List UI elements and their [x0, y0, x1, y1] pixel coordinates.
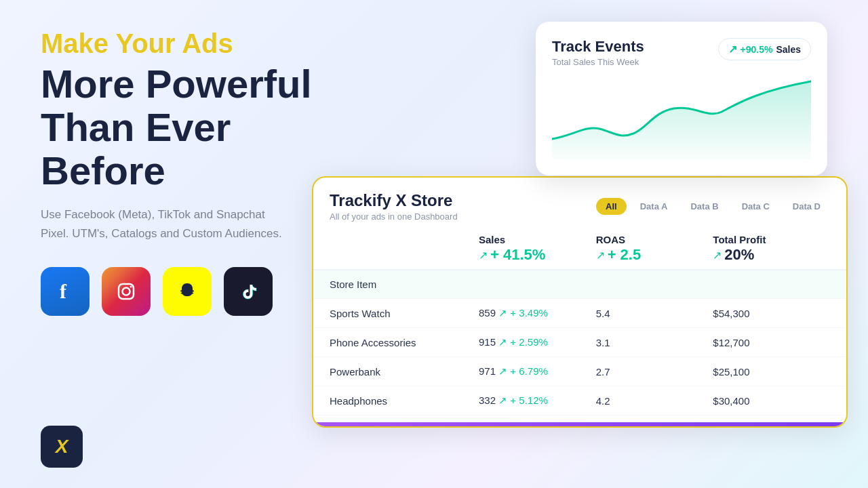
- profit-arrow: ↗: [713, 249, 722, 262]
- col-item: [330, 234, 479, 264]
- dashboard-title: Trackify X Store: [330, 191, 458, 210]
- chart-area: [552, 78, 811, 159]
- table-row-store-item: Store Item: [313, 270, 846, 299]
- table-row-sports-watch: Sports Watch 859 ↗ + 3.49% 5.4 $54,300: [313, 299, 846, 328]
- snapchat-icon[interactable]: [163, 267, 212, 316]
- track-events-card: Track Events Total Sales This Week ↗ +90…: [536, 22, 827, 176]
- col-roas-header: ROAS ↗ + 2.5: [596, 234, 713, 264]
- left-section: Make Your Ads More Powerful Than Ever Be…: [41, 27, 332, 343]
- svg-point-3: [130, 285, 132, 287]
- dashboard-card: Trackify X Store All of your ads in one …: [312, 176, 848, 428]
- item-profit-powerbank: $25,100: [713, 366, 830, 378]
- badge-value: +90.5%: [741, 44, 773, 55]
- table-row-phone-accessories: Phone Accessories 915 ↗ + 2.59% 3.1 $12,…: [313, 328, 846, 357]
- track-events-title: Track Events: [552, 38, 644, 56]
- item-roas-sports-watch: 5.4: [596, 308, 713, 319]
- tiktok-icon[interactable]: [224, 267, 273, 316]
- filter-tab-data-d[interactable]: Data D: [783, 198, 830, 215]
- table-header-row: Sales ↗ + 41.5% ROAS ↗ + 2.5 Total Profi…: [313, 228, 846, 270]
- item-name-headphones: Headphones: [330, 395, 479, 407]
- svg-point-2: [123, 287, 130, 295]
- social-icons-row: f: [41, 267, 332, 316]
- filter-tab-data-c[interactable]: Data C: [732, 198, 779, 215]
- item-roas-powerbank: 2.7: [596, 366, 713, 378]
- instagram-icon[interactable]: [102, 267, 151, 316]
- track-events-badge: ↗ +90.5% Sales: [718, 38, 811, 60]
- item-sales-phone-accessories: 915 ↗ + 2.59%: [479, 336, 596, 348]
- item-name-phone-accessories: Phone Accessories: [330, 337, 479, 348]
- item-name-powerbank: Powerbank: [330, 366, 479, 378]
- item-name-sports-watch: Sports Watch: [330, 308, 479, 319]
- sales-arrow: ↗: [479, 249, 488, 262]
- filter-tab-data-a[interactable]: Data A: [631, 198, 677, 215]
- item-roas-headphones: 4.2: [596, 395, 713, 407]
- item-sales-sports-watch: 859 ↗ + 3.49%: [479, 307, 596, 319]
- filter-tab-data-b[interactable]: Data B: [681, 198, 728, 215]
- item-name-store: Store Item: [330, 279, 479, 290]
- headline-dark: More Powerful Than Ever Before: [41, 62, 332, 192]
- item-roas-phone-accessories: 3.1: [596, 337, 713, 348]
- badge-arrow: ↗: [728, 43, 737, 56]
- item-sales-powerbank: 971 ↗ + 6.79%: [479, 365, 596, 378]
- roas-arrow: ↗: [596, 249, 605, 262]
- item-profit-phone-accessories: $12,700: [713, 337, 830, 348]
- logo-container: X: [41, 426, 83, 468]
- filter-tab-all[interactable]: All: [596, 198, 627, 215]
- dashboard-header: Trackify X Store All of your ads in one …: [313, 178, 846, 228]
- item-profit-headphones: $30,400: [713, 395, 830, 407]
- headline-yellow: Make Your Ads: [41, 27, 332, 60]
- table-row-headphones: Headphones 332 ↗ + 5.12% 4.2 $30,400: [313, 386, 846, 415]
- badge-label: Sales: [776, 44, 801, 55]
- dashboard-title-block: Trackify X Store All of your ads in one …: [330, 191, 458, 222]
- col-profit-header: Total Profit ↗ 20%: [713, 234, 830, 264]
- svg-text:f: f: [60, 280, 67, 302]
- col-sales-header: Sales ↗ + 41.5%: [479, 234, 596, 264]
- logo-x-letter: X: [56, 436, 68, 458]
- facebook-icon[interactable]: f: [41, 267, 90, 316]
- logo-badge: X: [41, 426, 83, 468]
- track-events-header: Track Events Total Sales This Week ↗ +90…: [552, 38, 811, 67]
- subtitle: Use Facebook (Meta), TikTok and Snapchat…: [41, 205, 285, 242]
- track-events-subtitle: Total Sales This Week: [552, 57, 644, 67]
- item-profit-sports-watch: $54,300: [713, 308, 830, 319]
- table-wrapper: Sales ↗ + 41.5% ROAS ↗ + 2.5 Total Profi…: [313, 228, 846, 426]
- dashboard-subtitle: All of your ads in one Dashboard: [330, 211, 458, 222]
- track-events-title-block: Track Events Total Sales This Week: [552, 38, 644, 67]
- filter-tabs: All Data A Data B Data C Data D: [596, 198, 830, 215]
- table-row-powerbank: Powerbank 971 ↗ + 6.79% 2.7 $25,100: [313, 357, 846, 386]
- item-sales-headphones: 332 ↗ + 5.12%: [479, 394, 596, 407]
